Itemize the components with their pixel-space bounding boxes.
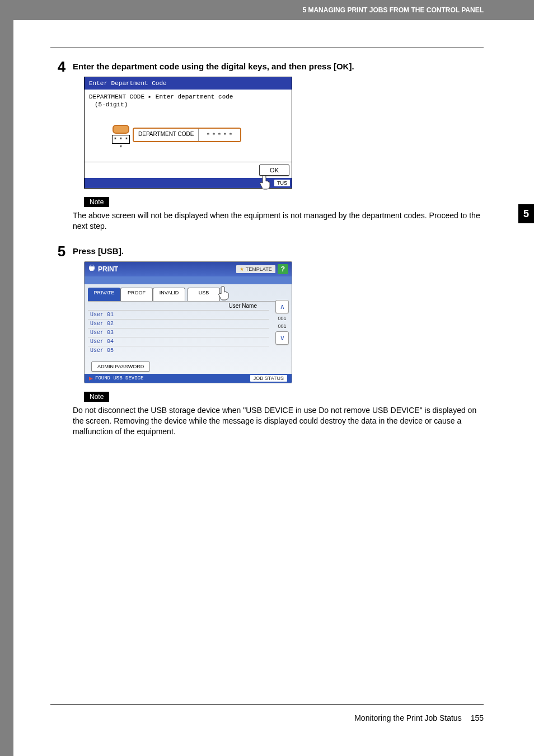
step-5-number: 5 xyxy=(50,243,73,260)
status-button[interactable]: TUS xyxy=(274,180,290,186)
department-code-button[interactable]: DEPARTMENT CODE ＊＊＊＊＊ xyxy=(133,128,241,142)
bottom-rule xyxy=(50,704,484,705)
chevron-up-icon: ∧ xyxy=(280,303,285,311)
footer-title: Monitoring the Print Job Status xyxy=(354,713,461,722)
department-code-button-value: ＊＊＊＊＊ xyxy=(199,129,240,141)
tab-proof[interactable]: PROOF xyxy=(120,288,153,301)
list-item[interactable]: User 04 xyxy=(88,337,269,346)
running-header: 5 MANAGING PRINT JOBS FROM THE CONTROL P… xyxy=(13,0,534,20)
found-usb-text: FOUND USB DEVICE xyxy=(95,375,143,381)
list-item[interactable]: User 01 xyxy=(88,310,269,319)
running-header-text: 5 MANAGING PRINT JOBS FROM THE CONTROL P… xyxy=(302,6,484,14)
user-list: User 01 User 02 User 03 User 04 User 05 xyxy=(88,310,269,355)
chapter-side-tab-number: 5 xyxy=(523,208,529,220)
template-button[interactable]: ★ TEMPLATE xyxy=(236,265,275,273)
note-badge: Note xyxy=(84,197,109,207)
dept-screen-line1: DEPARTMENT CODE ▸ Enter department code xyxy=(85,90,292,101)
keypad-stars: ＊＊＊＊ xyxy=(112,135,130,144)
dept-screen-line2: (5-digit) xyxy=(85,101,292,108)
step-5-note-text: Do not disconnect the USB storage device… xyxy=(73,405,484,437)
help-button[interactable]: ? xyxy=(278,264,288,274)
footer-page-number: 155 xyxy=(471,713,484,722)
top-rule xyxy=(50,48,484,48)
footer: Monitoring the Print Job Status 155 xyxy=(50,713,484,722)
svg-rect-1 xyxy=(90,265,93,267)
scroll-down-button[interactable]: ∨ xyxy=(275,331,289,345)
admin-password-button[interactable]: ADMIN PASSWORD xyxy=(91,361,150,372)
svg-rect-2 xyxy=(90,269,93,271)
step-4-note-text: The above screen will not be displayed w… xyxy=(73,210,484,232)
chapter-side-tab: 5 xyxy=(518,204,534,223)
printer-icon xyxy=(88,264,96,274)
finger-pointer-icon xyxy=(217,285,230,301)
dept-screen-title: Enter Department Code xyxy=(85,77,292,90)
step-4-number: 4 xyxy=(50,58,73,76)
sub-blue-bar xyxy=(85,276,292,284)
tab-usb[interactable]: USB xyxy=(188,288,220,301)
star-icon: ★ xyxy=(240,266,244,272)
tab-private[interactable]: PRIVATE xyxy=(88,288,120,301)
tab-invalid[interactable]: INVALID xyxy=(153,288,185,301)
triangle-icon: ▶ xyxy=(89,375,93,381)
page-indicator-top: 001 xyxy=(278,316,286,321)
left-margin-strip xyxy=(0,0,13,756)
job-status-button[interactable]: JOB STATUS xyxy=(250,375,287,382)
page-indicator-bot: 001 xyxy=(278,323,286,329)
keypad-icon: ＊＊＊＊ xyxy=(113,125,129,145)
step-5: 5 Press [USB]. PRINT ★ TEMPLATE xyxy=(50,243,484,437)
note-badge: Note xyxy=(84,392,109,402)
step-4: 4 Enter the department code using the di… xyxy=(50,58,484,232)
list-item[interactable]: User 02 xyxy=(88,319,269,328)
user-name-label: User Name xyxy=(228,303,257,309)
department-code-button-label: DEPARTMENT CODE xyxy=(134,129,199,141)
print-screenshot: PRINT ★ TEMPLATE ? PRIVATE PROOF INVALID xyxy=(84,261,292,383)
list-item[interactable]: User 03 xyxy=(88,328,269,337)
template-button-label: TEMPLATE xyxy=(246,266,272,272)
step-5-title: Press [USB]. xyxy=(73,246,484,256)
print-screen-title: PRINT xyxy=(98,265,118,273)
finger-pointer-icon xyxy=(258,175,271,190)
ok-button[interactable]: OK xyxy=(259,165,289,176)
chevron-down-icon: ∨ xyxy=(280,334,285,342)
scroll-up-button[interactable]: ∧ xyxy=(275,300,289,313)
dept-code-screenshot: Enter Department Code DEPARTMENT CODE ▸ … xyxy=(84,77,292,189)
list-item[interactable]: User 05 xyxy=(88,346,269,355)
step-4-title: Enter the department code using the digi… xyxy=(73,62,484,71)
